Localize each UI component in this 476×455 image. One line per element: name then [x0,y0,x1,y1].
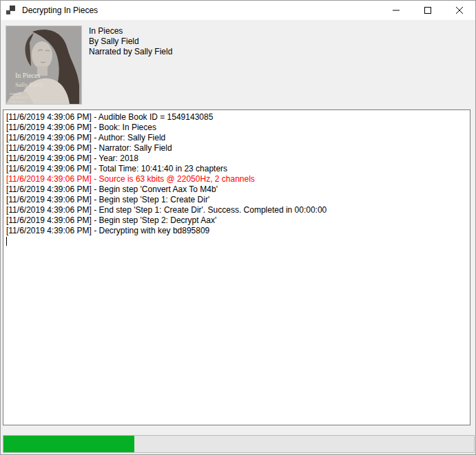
log-line: [11/6/2019 4:39:06 PM] - Begin step 'Ste… [6,195,467,205]
progress-bar [3,435,475,453]
cover-author: Sally Field [15,81,43,88]
log-textbox[interactable]: [11/6/2019 4:39:06 PM] - Audible Book ID… [3,109,470,425]
maximize-icon [424,7,431,14]
text-caret [6,237,7,246]
close-button[interactable] [444,1,475,20]
window-title: Decrypting In Pieces [22,6,98,15]
book-narrator: Narrated by Sally Field [89,47,172,57]
close-icon [456,7,463,14]
minimize-icon [393,7,400,14]
log-line: [11/6/2019 4:39:06 PM] - Decrypting with… [6,226,467,236]
cover-read-by-2: THE AUTHOR [10,96,28,99]
book-title: In Pieces [89,26,172,36]
log-line: [11/6/2019 4:39:06 PM] - Source is 63 kb… [6,174,467,184]
book-cover-image: In Pieces Sally Field READ BY THE AUTHOR… [6,26,81,104]
maximize-button[interactable] [412,1,444,20]
app-icon [6,6,15,15]
log-line: [11/6/2019 4:39:06 PM] - Audible Book ID… [6,112,467,123]
app-window: Decrypting In Pieces [0,0,476,455]
book-author: By Sally Field [89,36,172,47]
log-line: [11/6/2019 4:39:06 PM] - Begin step 'Con… [6,184,467,195]
title-bar: Decrypting In Pieces [1,1,475,20]
book-info: In Pieces By Sally Field Narrated by Sal… [89,26,172,57]
log-line: [11/6/2019 4:39:06 PM] - Year: 2018 [6,154,467,164]
log-line: [11/6/2019 4:39:06 PM] - Begin step 'Ste… [6,215,467,226]
log-line: [11/6/2019 4:39:06 PM] - Total Time: 10:… [6,164,467,174]
log-caret-line [6,236,467,248]
log-line: [11/6/2019 4:39:06 PM] - Book: In Pieces [6,123,467,133]
log-line: [11/6/2019 4:39:06 PM] - Author: Sally F… [6,133,467,143]
window-controls [380,1,475,20]
cover-title: In Pieces [15,72,40,79]
log-line: [11/6/2019 4:39:06 PM] - End step 'Step … [6,205,467,215]
minimize-button[interactable] [380,1,412,20]
cover-edition: Unabridged [10,100,25,103]
progress-fill [3,436,134,452]
log-line: [11/6/2019 4:39:06 PM] - Narrator: Sally… [6,143,467,154]
